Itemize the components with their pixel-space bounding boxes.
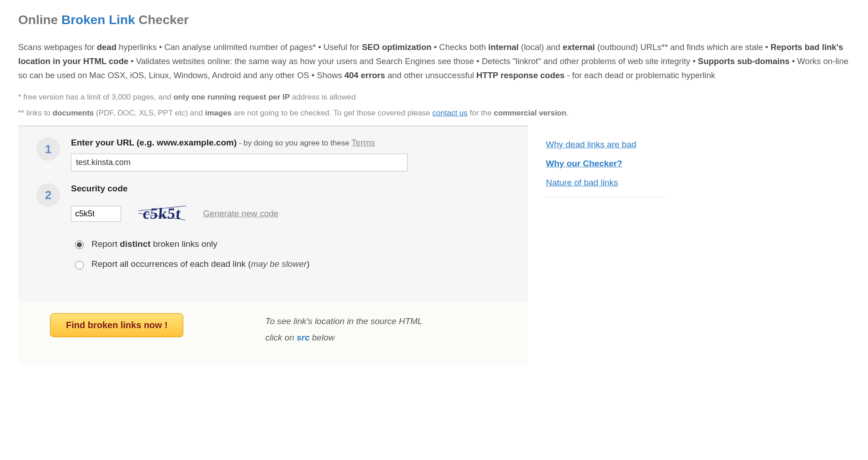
report-mode-group: Report distinct broken links only Report… [73,237,510,272]
footnote-1: * free version has a limit of 3,000 page… [18,91,850,104]
find-broken-links-button[interactable]: Find broken links now ! [50,313,183,337]
description-paragraph: Scans webpages for dead hyperlinks • Can… [18,40,850,83]
radio-distinct-input[interactable] [75,240,84,249]
title-highlight: Broken Link [61,13,135,27]
page-title: Online Broken Link Checker [18,9,850,31]
source-hint: To see link's location in the source HTM… [265,313,422,346]
radio-distinct[interactable]: Report distinct broken links only [73,237,510,251]
captcha-image: c5k5t [137,200,187,228]
title-suffix: Checker [135,13,189,27]
radio-all-input[interactable] [75,261,84,270]
security-code-input[interactable] [71,206,121,222]
step-1: 1 Enter your URL (e.g. www.example.com) … [36,135,510,171]
sidebar-link-why-bad[interactable]: Why dead links are bad [546,137,664,152]
submit-row: Find broken links now ! To see link's lo… [18,300,528,364]
sidebar-divider [546,197,664,197]
step-2: 2 Security code c5k5t Generate new code … [36,181,510,277]
sidebar-link-why-checker[interactable]: Why our Checker? [546,156,664,171]
step-1-label: Enter your URL (e.g. www.example.com) - … [71,135,510,150]
step-number-1: 1 [36,137,60,161]
contact-us-link[interactable]: contact us [432,109,468,117]
terms-link[interactable]: Terms [352,138,375,147]
url-input[interactable] [71,154,408,171]
step-number-2: 2 [36,183,60,207]
step-2-label: Security code [71,181,510,196]
form-panel: 1 Enter your URL (e.g. www.example.com) … [18,125,528,364]
sidebar-link-nature[interactable]: Nature of bad links [546,175,664,190]
footnote-2: ** links to documents (PDF, DOC, XLS, PP… [18,107,850,120]
sidebar: Why dead links are bad Why our Checker? … [546,125,664,201]
title-prefix: Online [18,13,61,27]
src-keyword: src [297,333,310,342]
radio-all-occurrences[interactable]: Report all occurrences of each dead link… [73,257,510,271]
generate-new-code-link[interactable]: Generate new code [203,206,278,221]
